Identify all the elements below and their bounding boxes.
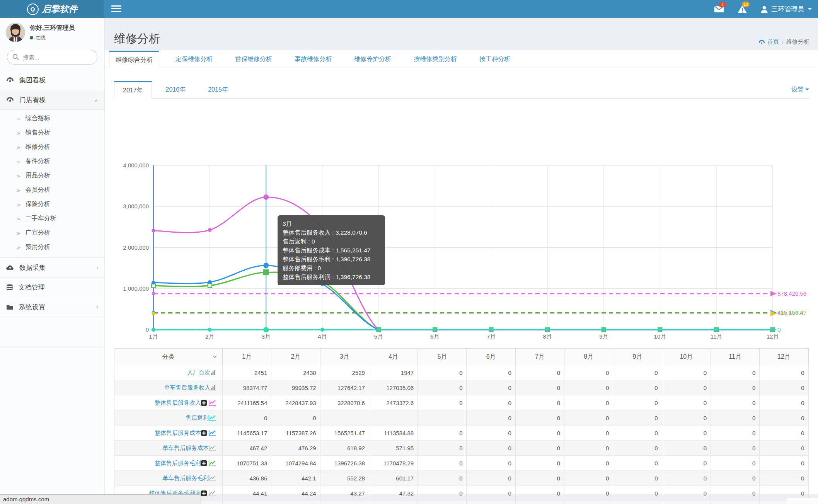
alerts-badge: 10 [742, 2, 750, 7]
svg-text:10月: 10月 [654, 333, 666, 340]
year-tab-2[interactable]: 2015年 [199, 81, 237, 98]
month-column-header-1: 1月 [223, 349, 271, 365]
value-cell: 0 [613, 501, 662, 504]
value-cell: 1070751.33 [223, 456, 271, 471]
sidebar-item-group-board[interactable]: 集团看板 [0, 70, 104, 90]
sidebar-subitem-6[interactable]: »保险分析 [0, 197, 104, 211]
dashboard-icon [6, 97, 14, 103]
row-label-link[interactable]: 入厂台次 [187, 369, 210, 376]
sidebar-subitem-7[interactable]: »二手车分析 [0, 211, 104, 226]
value-cell: 1396726.38 [320, 456, 369, 471]
value-cell: 0 [711, 365, 759, 380]
row-label-link[interactable]: 单车售后服务成本 [162, 444, 209, 451]
category-column-header[interactable]: 分类 [114, 349, 223, 365]
angles-right-icon: » [17, 116, 20, 122]
value-cell: 0 [662, 456, 711, 471]
tab-5[interactable]: 按维修类别分析 [407, 50, 463, 68]
value-cell: 0 [613, 456, 662, 471]
sidebar-subitem-4[interactable]: »用品分析 [0, 169, 104, 183]
search-input[interactable] [7, 50, 97, 65]
value-cell: 0 [418, 380, 467, 395]
chevron-left-icon: ‹ [96, 264, 98, 271]
brand-logo[interactable]: Q 启擎软件 [0, 0, 104, 18]
plus-expand-icon[interactable] [201, 400, 207, 406]
sidebar-item-sys-setting[interactable]: 系统设置 ‹ [0, 297, 104, 317]
value-cell: 0 [418, 426, 467, 441]
tab-6[interactable]: 按工种分析 [473, 50, 516, 68]
svg-text:6月: 6月 [430, 333, 439, 340]
row-label-link[interactable]: 单车售后服务收入 [164, 384, 210, 391]
value-cell: 1113584.88 [369, 426, 418, 441]
year-tab-0[interactable]: 2017年 [114, 81, 152, 99]
value-cell: 601.17 [369, 471, 418, 486]
sidebar-subitem-8[interactable]: »广宣分析 [0, 226, 104, 240]
tab-3[interactable]: 事故维修分析 [288, 50, 338, 68]
sidebar-search [7, 50, 97, 65]
messages-button[interactable]: 4 [714, 5, 724, 13]
page-title: 维修分析 [114, 31, 160, 47]
value-cell: 99935.72 [271, 380, 320, 395]
tab-1[interactable]: 定保维修分析 [169, 50, 219, 68]
value-cell: 0 [515, 395, 564, 410]
line-chart-icon [209, 460, 216, 466]
tab-4[interactable]: 维修养护分析 [348, 50, 397, 68]
store-board-submenu: »综合指标»销售分析»维修分析»备件分析»用品分析»会员分析»保险分析»二手车分… [0, 110, 104, 258]
svg-text:3,000,000: 3,000,000 [123, 203, 149, 209]
month-column-header-12: 12月 [760, 349, 808, 365]
tab-2[interactable]: 首保维修分析 [229, 50, 278, 68]
alerts-button[interactable]: 10 [737, 5, 747, 14]
sidebar-subitem-2[interactable]: »维修分析 [0, 140, 104, 154]
sidebar-item-data-collect[interactable]: 数据采集 ‹ [0, 258, 104, 278]
app-window: Q 启擎软件 4 10 [0, 0, 818, 504]
value-cell: 0 [662, 486, 711, 501]
angles-right-icon: » [17, 187, 20, 193]
value-cell: 0 [662, 395, 711, 410]
angles-right-icon: » [17, 230, 20, 236]
value-cell: 0 [515, 380, 564, 395]
plus-expand-icon[interactable] [201, 490, 207, 496]
sidebar-subitem-1[interactable]: »销售分析 [0, 126, 104, 140]
line-chart-icon [209, 430, 216, 436]
plus-expand-icon[interactable] [201, 460, 207, 466]
online-status: 在线 [30, 34, 75, 41]
row-label-cell: 整体售后服务毛利 [114, 456, 223, 471]
value-cell: 0 [613, 441, 662, 456]
sidebar-subitem-9[interactable]: »费用分析 [0, 240, 104, 254]
year-tab-1[interactable]: 2016年 [157, 81, 194, 98]
month-column-header-6: 6月 [467, 349, 515, 365]
plus-expand-icon[interactable] [201, 430, 207, 436]
scrollbar-corner [787, 498, 818, 504]
value-cell: 0 [760, 395, 808, 410]
tab-content-panel: 2017年2016年2015年设置 01,000,0002,000,0003,0… [104, 68, 818, 494]
row-label-link[interactable]: 整体售后服务毛利 [155, 460, 201, 466]
svg-text:4月: 4月 [318, 333, 327, 340]
breadcrumb-home[interactable]: 首页 [758, 38, 779, 46]
tab-0[interactable]: 维修综合分析 [109, 51, 159, 68]
value-cell: 0 [515, 365, 564, 380]
row-label-link[interactable]: 整体售后服务收入 [155, 399, 201, 406]
table-row-9: 服务部费用000000000 [114, 501, 809, 504]
value-cell: 0 [564, 486, 613, 501]
brand-name: 启擎软件 [42, 3, 78, 15]
row-label-link[interactable]: 整体售后服务成本 [155, 429, 201, 436]
value-cell: 0 [418, 456, 467, 471]
sidebar-subitem-3[interactable]: »备件分析 [0, 154, 104, 169]
sidebar-subitem-5[interactable]: »会员分析 [0, 183, 104, 197]
value-cell: 571.95 [369, 441, 418, 456]
row-label-link[interactable]: 单车售后服务毛利 [162, 475, 209, 481]
user-menu[interactable]: 三环管理员 [760, 5, 812, 14]
row-label-link[interactable]: 售后返利 [186, 414, 209, 421]
sidebar-subitem-0[interactable]: »综合指标 [0, 111, 104, 126]
line-chart-icon [209, 400, 216, 406]
sidebar-item-store-board[interactable]: 门店看板 ⌄ [0, 90, 104, 110]
analysis-line-chart: 01,000,0002,000,0003,000,0004,000,0001月2… [114, 150, 809, 345]
table-row-7: 单车售后服务毛利436.86442.1552.28601.1700000000 [114, 471, 809, 486]
value-cell: 618.92 [320, 441, 369, 456]
line-chart-icon [209, 490, 216, 496]
angles-right-icon: » [17, 201, 20, 208]
sidebar-toggle-button[interactable] [111, 5, 121, 14]
value-cell: 47.32 [369, 486, 418, 501]
settings-dropdown[interactable]: 设置 [791, 81, 809, 98]
value-cell [418, 501, 467, 504]
sidebar-item-doc-manage[interactable]: 文档管理 [0, 278, 104, 297]
